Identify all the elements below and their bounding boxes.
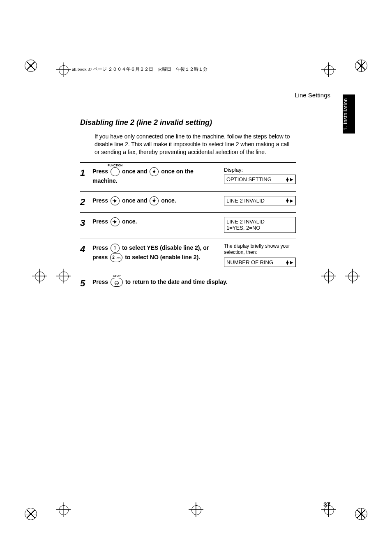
display-box: OPTION SETTING [224, 175, 296, 184]
step-row: 2 Press once and once. LINE 2 INVALID [80, 191, 296, 212]
registration-star-icon [25, 60, 37, 72]
step-row: 4 Press to select YES (disable line 2), … [80, 239, 296, 273]
registration-cross-icon [345, 269, 360, 283]
step-display: LINE 2 INVALID 1=YES, 2=NO [224, 217, 296, 233]
step-row: 3 Press once. LINE 2 INVALID 1=YES, 2=NO [80, 212, 296, 239]
registration-cross-icon [32, 269, 47, 283]
display-label: Display: [224, 167, 296, 173]
step-row: 1 Press once and once on the machine. Di… [80, 162, 296, 191]
registration-star-icon [355, 60, 367, 72]
step-number: 5 [80, 277, 92, 288]
step-display: The display briefly shows your selection… [224, 243, 296, 267]
step-instruction: Press once and once. [92, 196, 224, 207]
registration-cross-icon [56, 62, 71, 77]
display-note: The display briefly shows your selection… [224, 243, 296, 256]
step-instruction: Press once and once on the machine. [92, 167, 224, 186]
registration-star-icon [25, 508, 37, 520]
display-box: NUMBER OF RING [224, 258, 296, 267]
registration-cross-icon [189, 502, 203, 517]
numeric-key-1-icon [111, 244, 120, 253]
registration-cross-icon [321, 62, 336, 77]
registration-cross-icon [321, 269, 336, 283]
source-file-header: all.book 37 ページ ２００４年６月２２日 火曜日 午後１２時１分 [72, 66, 220, 73]
scroll-arrows-icon [285, 260, 293, 265]
right-arrow-key-icon [111, 217, 120, 226]
registration-star-icon [355, 508, 367, 520]
step-number: 1 [80, 167, 92, 186]
step-instruction: Press to return to the date and time dis… [92, 277, 296, 288]
step-number: 2 [80, 196, 92, 207]
numeric-key-2-icon [110, 253, 122, 262]
page-number: 37 [323, 501, 330, 508]
section-title: Disabling line 2 (line 2 invalid setting… [80, 118, 212, 127]
scroll-arrows-icon [285, 198, 293, 203]
step-instruction: Press once. [92, 217, 224, 233]
steps-table: 1 Press once and once on the machine. Di… [80, 162, 296, 294]
section-tab: 1. Installation [343, 94, 355, 134]
step-instruction: Press to select YES (disable line 2), or… [92, 243, 224, 267]
registration-cross-icon [56, 502, 71, 517]
step-number: 3 [80, 217, 92, 233]
running-head: Line Settings [295, 92, 330, 99]
registration-cross-icon [56, 269, 71, 283]
display-box: LINE 2 INVALID [224, 196, 296, 205]
step-number: 4 [80, 243, 92, 267]
function-key-icon [111, 167, 120, 176]
step-display: LINE 2 INVALID [224, 196, 296, 207]
step-display: Display: OPTION SETTING [224, 167, 296, 186]
right-arrow-key-icon [111, 196, 120, 205]
down-arrow-key-icon [150, 196, 159, 205]
stop-key-icon [111, 278, 123, 287]
step-row: 5 Press to return to the date and time d… [80, 273, 296, 294]
display-box: LINE 2 INVALID 1=YES, 2=NO [224, 217, 296, 233]
scroll-arrows-icon [285, 177, 293, 182]
down-arrow-key-icon [150, 167, 159, 176]
intro-paragraph: If you have only connected one line to t… [95, 133, 296, 156]
